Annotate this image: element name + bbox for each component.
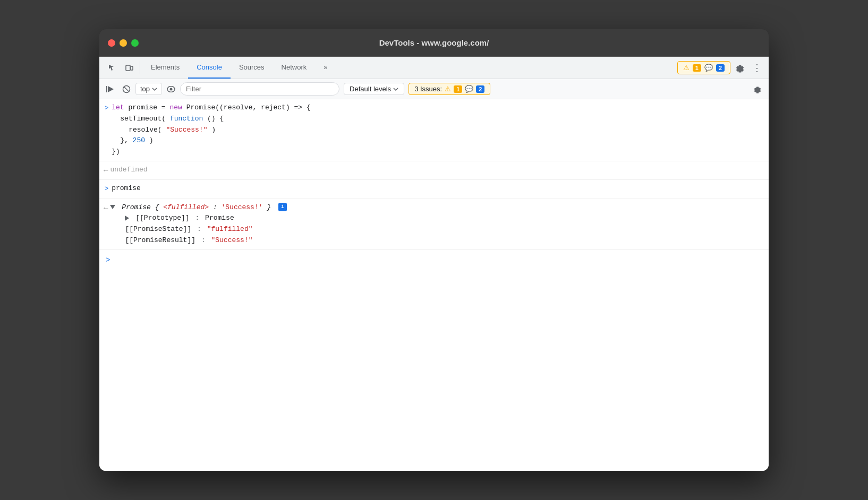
output-arrow: ← — [101, 165, 110, 176]
issues-warning-count: 1 — [693, 64, 701, 72]
promise-fulfilled-value: 'Success!' — [222, 203, 263, 211]
tab-divider — [140, 61, 140, 74]
prototype-line: [[Prototype]] : Promise — [110, 213, 764, 224]
top-selector-label: top — [140, 85, 150, 93]
console-settings-icon[interactable] — [751, 82, 764, 96]
tab-more[interactable]: » — [315, 57, 336, 79]
tabs-bar: Elements Console Sources Network » ⚠ 1 💬 — [99, 57, 769, 79]
close-button[interactable] — [108, 39, 115, 47]
top-selector[interactable]: top — [135, 83, 162, 95]
keyword-new: new — [169, 104, 182, 111]
console-input[interactable] — [114, 256, 764, 264]
issues-toolbar-btn[interactable]: 3 Issues: ⚠ 1 💬 2 — [409, 83, 490, 95]
levels-selector[interactable]: Default levels — [344, 83, 404, 95]
svg-marker-2 — [108, 86, 114, 92]
more-options-icon[interactable]: ⋮ — [750, 61, 764, 75]
svg-rect-1 — [131, 66, 133, 70]
titlebar: DevTools - www.google.com/ — [99, 29, 769, 57]
levels-label: Default levels — [350, 85, 391, 93]
code-line-4: }, 250 ) — [112, 135, 764, 146]
chevron-down-icon — [152, 87, 157, 92]
tab-console[interactable]: Console — [188, 57, 231, 79]
entry-expand-arrow-2[interactable]: > — [101, 184, 112, 195]
entry-expand-arrow[interactable]: > — [101, 103, 112, 114]
undefined-value: undefined — [110, 166, 147, 174]
code-line-2: setTimeout( function () { — [112, 114, 764, 125]
filter-input[interactable] — [180, 82, 339, 96]
entry-content-code: let promise = new Promise((resolve, reje… — [112, 102, 764, 158]
console-entry-promise-output: ← Promise { <fulfilled> : 'Success!' } i… — [99, 199, 769, 250]
window-title: DevTools - www.google.com/ — [379, 38, 489, 47]
eye-icon[interactable] — [164, 82, 178, 96]
prompt-chevron-icon: > — [104, 254, 114, 266]
promise-state-value: "fulfilled" — [207, 225, 253, 233]
promise-label: promise — [112, 184, 141, 192]
number-250: 250 — [133, 136, 145, 144]
settings-icon[interactable] — [733, 61, 747, 75]
tab-network[interactable]: Network — [273, 57, 316, 79]
promise-result-value: "Success!" — [211, 236, 252, 244]
code-line-3: resolve( "Success!" ) — [112, 125, 764, 136]
console-prompt: > — [99, 250, 769, 270]
keyword-let: let — [112, 104, 124, 111]
issues-warning-count-toolbar: 1 — [454, 85, 462, 93]
output-arrow-2: ← — [101, 202, 110, 214]
console-entry-code: > let promise = new Promise((resolve, re… — [99, 99, 769, 161]
console-output: > let promise = new Promise((resolve, re… — [99, 99, 769, 471]
svg-rect-0 — [126, 65, 130, 71]
execute-icon[interactable] — [104, 82, 117, 96]
tab-sources[interactable]: Sources — [231, 57, 273, 79]
promise-state-line: [[PromiseState]] : "fulfilled" — [110, 224, 764, 235]
tab-elements[interactable]: Elements — [142, 57, 188, 79]
code-line-5: }) — [112, 146, 764, 158]
traffic-lights — [108, 39, 139, 47]
prototype-expand-icon[interactable] — [125, 215, 129, 221]
devtools-body: Elements Console Sources Network » ⚠ 1 💬 — [99, 57, 769, 471]
promise-result-line: [[PromiseResult]] : "Success!" — [110, 235, 764, 246]
promise-info-icon[interactable]: i — [278, 203, 287, 211]
issues-badge[interactable]: ⚠ 1 💬 2 — [677, 61, 730, 74]
tabs-right-actions: ⚠ 1 💬 2 ⋮ — [677, 57, 764, 79]
string-success: "Success!" — [166, 126, 207, 134]
promise-header: Promise { <fulfilled> : 'Success!' } i — [110, 202, 764, 213]
fullscreen-button[interactable] — [131, 39, 139, 47]
inspect-element-icon[interactable] — [104, 57, 121, 79]
devtools-window: DevTools - www.google.com/ Elements Con — [99, 29, 769, 471]
minimize-button[interactable] — [120, 39, 127, 47]
chevron-down-icon — [393, 88, 398, 91]
code-line-1: let promise = new Promise((resolve, reje… — [112, 102, 764, 114]
issues-info-count-toolbar: 2 — [476, 85, 484, 93]
keyword-function: function — [170, 115, 203, 123]
svg-line-5 — [124, 87, 129, 91]
issues-info-count: 2 — [716, 64, 725, 72]
clear-console-icon[interactable] — [120, 82, 133, 96]
svg-point-7 — [170, 88, 173, 90]
console-entry-promise-input: > promise — [99, 180, 769, 199]
issues-label: 3 Issues: — [414, 85, 442, 93]
device-toolbar-icon[interactable] — [121, 57, 138, 79]
expand-promise-icon[interactable] — [110, 205, 115, 209]
console-entry-undefined: ← undefined — [99, 161, 769, 180]
console-toolbar: top Default levels 3 Issues: — [99, 79, 769, 99]
